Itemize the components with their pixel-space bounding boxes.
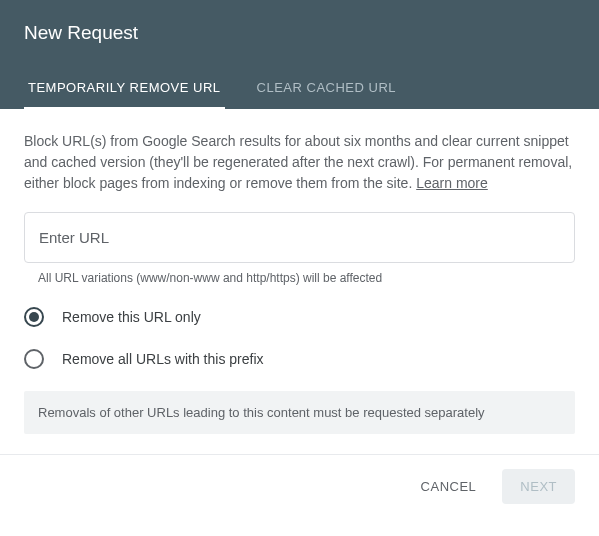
radio-icon (24, 307, 44, 327)
radio-remove-prefix[interactable]: Remove all URLs with this prefix (24, 349, 575, 369)
radio-label: Remove this URL only (62, 309, 201, 325)
description-text: Block URL(s) from Google Search results … (24, 131, 575, 194)
radio-label: Remove all URLs with this prefix (62, 351, 264, 367)
dialog-header: New Request TEMPORARILY REMOVE URL CLEAR… (0, 0, 599, 109)
dialog-title: New Request (24, 22, 575, 44)
radio-icon (24, 349, 44, 369)
cancel-button[interactable]: CANCEL (403, 469, 495, 504)
url-input[interactable] (24, 212, 575, 263)
tabs: TEMPORARILY REMOVE URL CLEAR CACHED URL (24, 68, 575, 109)
tab-temporarily-remove[interactable]: TEMPORARILY REMOVE URL (24, 68, 225, 109)
learn-more-link[interactable]: Learn more (416, 175, 488, 191)
dialog-footer: CANCEL NEXT (0, 454, 599, 518)
note-box: Removals of other URLs leading to this c… (24, 391, 575, 434)
next-button[interactable]: NEXT (502, 469, 575, 504)
url-helper-text: All URL variations (www/non-www and http… (24, 271, 575, 285)
tab-clear-cached[interactable]: CLEAR CACHED URL (253, 68, 400, 109)
radio-group: Remove this URL only Remove all URLs wit… (24, 307, 575, 369)
radio-remove-url-only[interactable]: Remove this URL only (24, 307, 575, 327)
dialog-content: Block URL(s) from Google Search results … (0, 109, 599, 454)
description-body: Block URL(s) from Google Search results … (24, 133, 572, 191)
